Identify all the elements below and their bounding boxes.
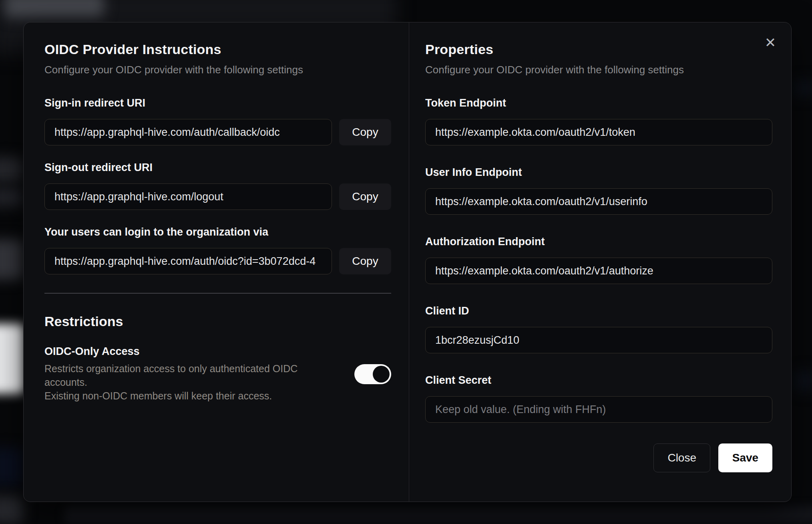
- login-url-label: Your users can login to the organization…: [44, 226, 391, 238]
- authorization-endpoint-group: Authorization Endpoint: [425, 236, 772, 284]
- login-url-row: Copy: [44, 248, 391, 274]
- sign-in-redirect-group: Sign-in redirect URI Copy: [44, 97, 391, 145]
- sign-out-redirect-input[interactable]: [44, 183, 332, 210]
- description-line-1: Restricts organization access to only au…: [44, 363, 297, 388]
- properties-panel: Properties Configure your OIDC provider …: [409, 22, 791, 502]
- properties-subtitle: Configure your OIDC provider with the fo…: [425, 64, 772, 76]
- sign-in-redirect-row: Copy: [44, 119, 391, 145]
- blurred-background-logo: [4, 0, 104, 18]
- authorization-endpoint-label: Authorization Endpoint: [425, 236, 772, 248]
- blurred-background-item: [793, 80, 812, 96]
- close-icon[interactable]: ✕: [762, 34, 779, 51]
- client-id-input[interactable]: [425, 327, 772, 353]
- token-endpoint-label: Token Endpoint: [425, 97, 772, 109]
- oidc-only-access-description: Restricts organization access to only au…: [44, 362, 325, 403]
- properties-title: Properties: [425, 42, 772, 57]
- token-endpoint-group: Token Endpoint: [425, 97, 772, 145]
- sign-in-redirect-label: Sign-in redirect URI: [44, 97, 391, 109]
- close-button[interactable]: Close: [653, 443, 710, 472]
- client-id-label: Client ID: [425, 305, 772, 317]
- client-secret-label: Client Secret: [425, 374, 772, 387]
- restrictions-title: Restrictions: [44, 314, 391, 329]
- modal-actions: Close Save: [425, 443, 772, 472]
- sign-out-redirect-label: Sign-out redirect URI: [44, 161, 391, 174]
- blurred-background-highlight: [0, 324, 25, 394]
- client-secret-input[interactable]: [425, 396, 772, 423]
- section-divider: [44, 293, 391, 294]
- user-info-endpoint-input[interactable]: [425, 188, 772, 215]
- oidc-only-access-texts: OIDC-Only Access Restricts organization …: [44, 345, 325, 403]
- authorization-endpoint-input[interactable]: [425, 258, 772, 284]
- screen-backdrop: OIDC Provider Instructions Configure you…: [0, 0, 812, 524]
- instructions-panel: OIDC Provider Instructions Configure you…: [24, 22, 409, 502]
- blurred-background-item: [793, 371, 812, 391]
- blurred-background-item: [64, 506, 812, 524]
- oidc-only-access-row: OIDC-Only Access Restricts organization …: [44, 345, 391, 403]
- oidc-only-access-label: OIDC-Only Access: [44, 345, 325, 358]
- sign-out-redirect-row: Copy: [44, 183, 391, 210]
- client-secret-group: Client Secret: [425, 374, 772, 423]
- blurred-background-item: [0, 240, 24, 280]
- sign-in-redirect-input[interactable]: [44, 119, 332, 145]
- instructions-subtitle: Configure your OIDC provider with the fo…: [44, 64, 391, 76]
- token-endpoint-input[interactable]: [425, 119, 772, 145]
- blurred-background-item: [0, 157, 23, 182]
- save-button[interactable]: Save: [718, 443, 772, 472]
- login-url-input[interactable]: [44, 248, 332, 274]
- blurred-background-item: [0, 496, 23, 524]
- login-url-copy-button[interactable]: Copy: [339, 248, 391, 274]
- sign-in-copy-button[interactable]: Copy: [339, 119, 391, 145]
- user-info-endpoint-group: User Info Endpoint: [425, 166, 772, 215]
- sign-out-redirect-group: Sign-out redirect URI Copy: [44, 161, 391, 210]
- blurred-background-item: [0, 187, 23, 207]
- user-info-endpoint-label: User Info Endpoint: [425, 166, 772, 179]
- sign-out-copy-button[interactable]: Copy: [339, 183, 391, 210]
- client-id-group: Client ID: [425, 305, 772, 353]
- login-url-group: Your users can login to the organization…: [44, 226, 391, 274]
- instructions-title: OIDC Provider Instructions: [44, 42, 391, 57]
- toggle-knob-icon: [373, 366, 390, 383]
- blurred-background-item: [0, 448, 23, 486]
- oidc-provider-modal: OIDC Provider Instructions Configure you…: [23, 22, 792, 502]
- oidc-only-access-toggle[interactable]: [354, 364, 391, 384]
- description-line-2: Existing non-OIDC members will keep thei…: [44, 390, 272, 401]
